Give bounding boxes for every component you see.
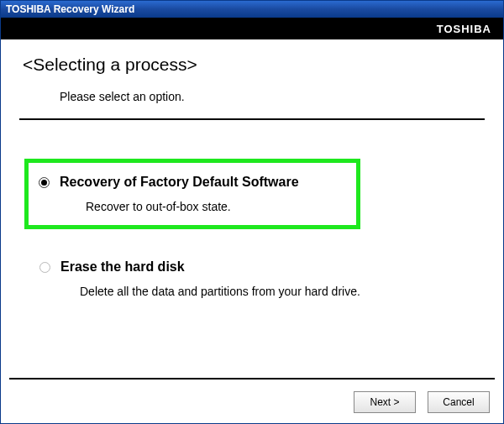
option-recovery-label: Recovery of Factory Default Software (60, 175, 299, 190)
radio-recovery[interactable] (39, 177, 50, 188)
divider-top (19, 118, 485, 120)
option-erase-desc: Delete all the data and partitions from … (80, 285, 470, 298)
wizard-window: TOSHIBA Recovery Wizard TOSHIBA <Selecti… (0, 0, 504, 424)
titlebar: TOSHIBA Recovery Wizard (1, 1, 503, 18)
option-erase-label: Erase the hard disk (60, 259, 185, 275)
content-area: <Selecting a process> Please select an o… (1, 39, 503, 303)
window-title: TOSHIBA Recovery Wizard (6, 3, 134, 15)
brand-header: TOSHIBA (1, 18, 503, 39)
brand-logo: TOSHIBA (437, 23, 491, 35)
option-recovery-desc: Recover to out-of-box state. (86, 200, 341, 213)
page-title: <Selecting a process> (23, 55, 485, 75)
radio-row-recovery: Recovery of Factory Default Software (39, 175, 341, 190)
prompt-text: Please select an option. (60, 90, 485, 103)
radio-row-erase: Erase the hard disk (39, 259, 470, 275)
divider-bottom (9, 378, 495, 380)
next-button[interactable]: Next > (354, 391, 416, 413)
cancel-button[interactable]: Cancel (428, 391, 490, 413)
radio-erase[interactable] (39, 262, 50, 273)
option-erase[interactable]: Erase the hard disk Delete all the data … (28, 254, 485, 303)
button-row: Next > Cancel (354, 391, 490, 413)
option-recovery[interactable]: Recovery of Factory Default Software Rec… (24, 159, 360, 229)
